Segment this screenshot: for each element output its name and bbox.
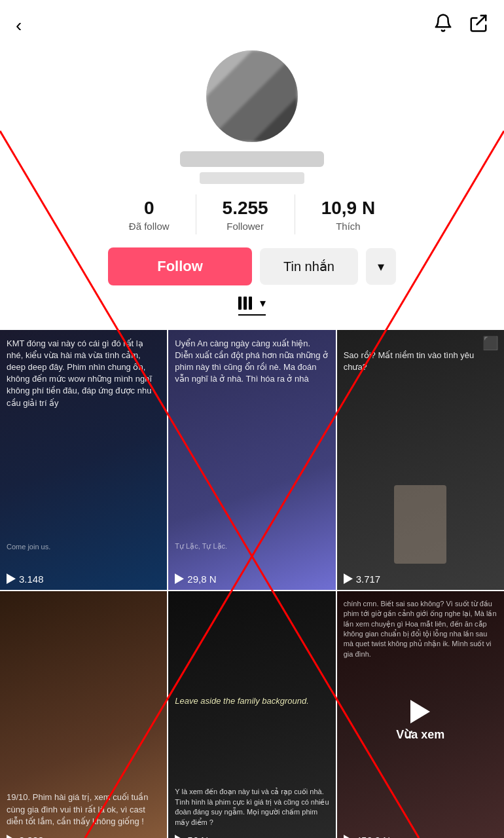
play-icon-1: [7, 574, 16, 584]
grid-bar-2: [243, 297, 247, 310]
video-watermark-1: Come join us.: [7, 543, 50, 551]
video-cell-1[interactable]: KMT đóng vai này có cái gì đó rất lạ nhé…: [0, 330, 167, 590]
likes-label: Thích: [336, 221, 361, 232]
video-stats-1: 3.148: [7, 574, 44, 585]
video-overlay-text-2: Uyển An càng ngày càng xuất hiện. Diễn x…: [175, 338, 329, 386]
notification-icon[interactable]: [433, 13, 453, 37]
play-big-icon-6: [410, 700, 430, 723]
video-stats-6: 456,9 N: [344, 835, 391, 838]
following-count: 0: [144, 197, 154, 219]
view-count-6: 456,9 N: [356, 835, 391, 838]
video-cell-4[interactable]: 19/10. Phim hài giá trị, xem cuối tuần c…: [0, 591, 167, 838]
video-resume-6[interactable]: Vừa xem: [396, 700, 444, 742]
username-bar: [180, 151, 324, 167]
back-button[interactable]: ‹: [16, 15, 22, 36]
header: ‹: [0, 0, 504, 44]
resume-label-6: Vừa xem: [396, 727, 444, 742]
stat-following: 0 Đã follow: [103, 194, 196, 234]
video-bottom-text-4: 19/10. Phim hài giá trị, xem cuối tuần c…: [7, 792, 160, 828]
video-cell-2[interactable]: Uyển An càng ngày càng xuất hiện. Diễn x…: [168, 330, 335, 590]
view-count-2: 29,8 N: [187, 574, 216, 585]
header-actions: [433, 13, 488, 37]
action-row: Follow Tin nhắn ▾: [108, 247, 396, 285]
stat-followers: 5.255 Follower: [196, 194, 295, 234]
video-watermark-2: Tự Lặc, Tự Lặc.: [175, 542, 227, 551]
play-icon-3: [344, 574, 353, 584]
video-grid: KMT đóng vai này có cái gì đó rất lạ nhé…: [0, 330, 504, 838]
avatar-image: [206, 50, 298, 142]
grid-bar-3: [249, 297, 252, 310]
view-count-3: 3.717: [356, 574, 381, 585]
following-label: Đã follow: [129, 221, 170, 232]
video-stats-2: 29,8 N: [175, 574, 216, 585]
video-stats-4: 3.823: [7, 835, 44, 838]
share-icon[interactable]: [469, 13, 488, 37]
play-icon-4: [7, 835, 16, 838]
saved-icon-3: ⬛: [482, 335, 499, 351]
play-icon-6: [344, 835, 353, 838]
followers-label: Follower: [226, 221, 264, 232]
followers-count: 5.255: [223, 197, 268, 219]
tab-dropdown-arrow[interactable]: ▾: [260, 296, 266, 310]
avatar: [206, 50, 298, 142]
message-button[interactable]: Tin nhắn: [260, 248, 358, 285]
video-cell-5[interactable]: Leave aside the family background. Y là …: [168, 591, 335, 838]
view-count-1: 3.148: [19, 574, 44, 585]
video-cell-3[interactable]: ⬛ Sao rồi? Mất niềm tin vào tình yêu chư…: [337, 330, 504, 590]
dropdown-button[interactable]: ▾: [366, 248, 396, 285]
follow-button[interactable]: Follow: [108, 247, 252, 285]
video-stats-5: 56 N: [175, 835, 208, 838]
handle-bar: [200, 172, 304, 184]
video-overlay-text-5: Leave aside the family background.: [175, 695, 329, 707]
video-overlay-text-6: chính cmn. Biết sai sao không? Vì suốt t…: [344, 599, 497, 659]
video-bottom-text-5: Y là xem đến đoạn này tui và cả rạp cuối…: [175, 787, 329, 828]
profile-section: 0 Đã follow 5.255 Follower 10,9 N Thích …: [0, 44, 504, 330]
view-count-5: 56 N: [187, 835, 208, 838]
video-stats-3: 3.717: [344, 574, 381, 585]
likes-count: 10,9 N: [321, 197, 376, 219]
tabs-row: ▾: [238, 296, 266, 316]
stats-row: 0 Đã follow 5.255 Follower 10,9 N Thích: [13, 194, 491, 234]
video-overlay-text-1: KMT đóng vai này có cái gì đó rất lạ nhé…: [7, 338, 160, 409]
grid-bar-1: [238, 297, 242, 310]
play-icon-5: [175, 835, 184, 838]
video-cell-6[interactable]: chính cmn. Biết sai sao không? Vì suốt t…: [337, 591, 504, 838]
view-count-4: 3.823: [19, 835, 44, 838]
stat-likes: 10,9 N Thích: [295, 194, 402, 234]
tab-grid[interactable]: [238, 297, 252, 310]
video-overlay-text-3: Sao rồi? Mất niềm tin vào tình yêu chưa?: [344, 350, 497, 373]
play-icon-2: [175, 574, 184, 584]
